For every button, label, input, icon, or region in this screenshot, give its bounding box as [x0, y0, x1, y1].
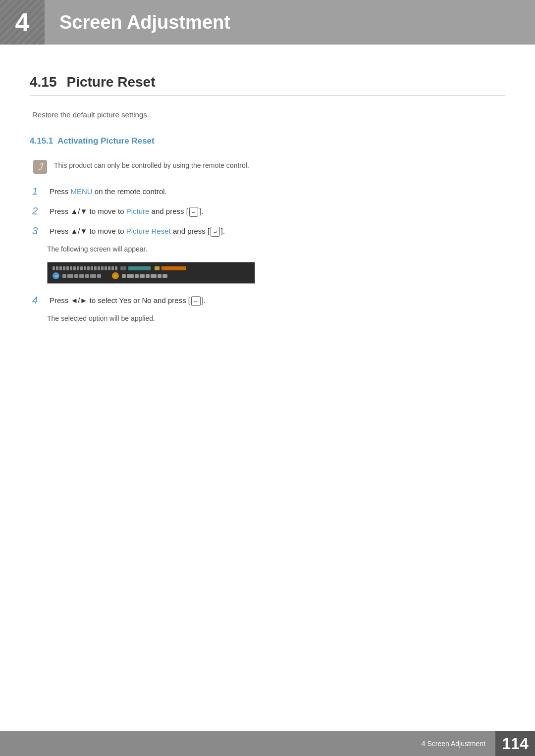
steps-list-2: 4 Press ◄/► to select Yes or No and pres…	[32, 295, 505, 306]
menu-dot	[111, 266, 114, 270]
chapter-title: Screen Adjustment	[59, 12, 230, 33]
step-3-note: The following screen will appear.	[47, 245, 505, 253]
bottom-bar	[90, 274, 96, 278]
menu-bar-group-1	[120, 266, 151, 270]
step-1-highlight: MENU	[71, 187, 93, 196]
bottom-bar	[85, 274, 89, 278]
step-4-note: The selected option will be applied.	[47, 314, 505, 322]
note-icon: ℐ	[32, 159, 48, 175]
bottom-icon-2: ☼	[112, 272, 119, 279]
chapter-header: 4 Screen Adjustment	[0, 0, 535, 45]
menu-screen-row-2: ⊕ ☼	[53, 272, 250, 279]
steps-list: 1 Press MENU on the remote control. 2 Pr…	[32, 186, 505, 237]
menu-dot	[84, 266, 86, 270]
step-4-content: Press ◄/► to select Yes or No and press …	[50, 295, 206, 306]
menu-bar-group-2	[155, 266, 186, 270]
step-2: 2 Press ▲/▼ to move to Picture and press…	[32, 205, 505, 217]
menu-dot	[98, 266, 100, 270]
page-footer: 4 Screen Adjustment 114	[0, 731, 535, 756]
step-3-content: Press ▲/▼ to move to Picture Reset and p…	[50, 225, 225, 237]
bottom-bar	[127, 274, 134, 278]
bottom-bar	[162, 274, 167, 278]
menu-dot	[70, 266, 72, 270]
bottom-bar	[97, 274, 101, 278]
step-1-number: 1	[32, 186, 50, 197]
menu-bar-teal	[128, 266, 151, 270]
section-title: Picture Reset	[67, 74, 156, 90]
subsection-number: 4.15.1	[30, 136, 53, 146]
menu-bar-yellow	[155, 266, 160, 270]
bottom-bar	[158, 274, 161, 278]
footer-text: 4 Screen Adjustment	[422, 740, 495, 748]
bottom-bar	[62, 274, 66, 278]
step-1: 1 Press MENU on the remote control.	[32, 186, 505, 198]
bottom-bar-group-2	[122, 274, 167, 278]
menu-dot	[59, 266, 62, 270]
subsection-heading: 4.15.1 Activating Picture Reset	[30, 136, 505, 146]
menu-dot	[91, 266, 93, 270]
section-heading: 4.15Picture Reset	[30, 74, 505, 96]
menu-dot	[53, 266, 55, 270]
bottom-bar	[74, 274, 78, 278]
step-3-number: 3	[32, 225, 50, 237]
page-number: 114	[495, 731, 535, 756]
main-content: 4.15Picture Reset Restore the default pi…	[0, 74, 535, 322]
step-2-enter-key: ↵	[189, 207, 199, 216]
step-1-content: Press MENU on the remote control.	[50, 186, 167, 198]
menu-screen-illustration: ⊕ ☼	[47, 262, 255, 284]
menu-dot	[73, 266, 76, 270]
menu-dot	[77, 266, 79, 270]
menu-dot	[94, 266, 97, 270]
bottom-icon-1: ⊕	[53, 272, 59, 279]
step-2-highlight: Picture	[126, 207, 150, 215]
chapter-number: 4	[15, 7, 30, 37]
menu-dot	[105, 266, 107, 270]
bottom-bar-group-1	[62, 274, 101, 278]
menu-dots	[53, 266, 117, 270]
menu-dot	[66, 266, 69, 270]
section-number: 4.15	[30, 74, 57, 90]
step-3-enter-key: ↵	[211, 227, 220, 236]
menu-dot	[56, 266, 58, 270]
step-3-highlight: Picture Reset	[126, 227, 171, 235]
menu-bar	[120, 266, 126, 270]
chapter-title-block: Screen Adjustment	[45, 0, 535, 45]
bottom-bar	[146, 274, 150, 278]
bottom-bar	[151, 274, 157, 278]
menu-bar-orange	[161, 266, 186, 270]
section-description: Restore the default picture settings.	[32, 110, 505, 119]
note-text: This product can only be controlled by u…	[54, 158, 249, 169]
menu-dot	[101, 266, 104, 270]
subsection-title: Activating Picture Reset	[57, 136, 155, 146]
chapter-number-block: 4	[0, 0, 45, 45]
step-4: 4 Press ◄/► to select Yes or No and pres…	[32, 295, 505, 306]
bottom-bar	[79, 274, 84, 278]
note-box: ℐ This product can only be controlled by…	[32, 158, 505, 175]
menu-dot	[87, 266, 90, 270]
bottom-bar	[140, 274, 145, 278]
bottom-bar	[122, 274, 126, 278]
step-2-number: 2	[32, 205, 50, 217]
step-3: 3 Press ▲/▼ to move to Picture Reset and…	[32, 225, 505, 237]
menu-screen-row-1	[53, 266, 250, 270]
bottom-icon-2-group: ☼	[112, 272, 119, 279]
menu-dot	[115, 266, 117, 270]
menu-dot	[63, 266, 65, 270]
bottom-bar	[135, 274, 139, 278]
step-2-content: Press ▲/▼ to move to Picture and press […	[50, 205, 204, 217]
menu-dot	[108, 266, 110, 270]
menu-dot	[80, 266, 83, 270]
step-4-number: 4	[32, 295, 50, 306]
bottom-bar	[67, 274, 73, 278]
step-4-enter-key: ↵	[191, 296, 201, 305]
